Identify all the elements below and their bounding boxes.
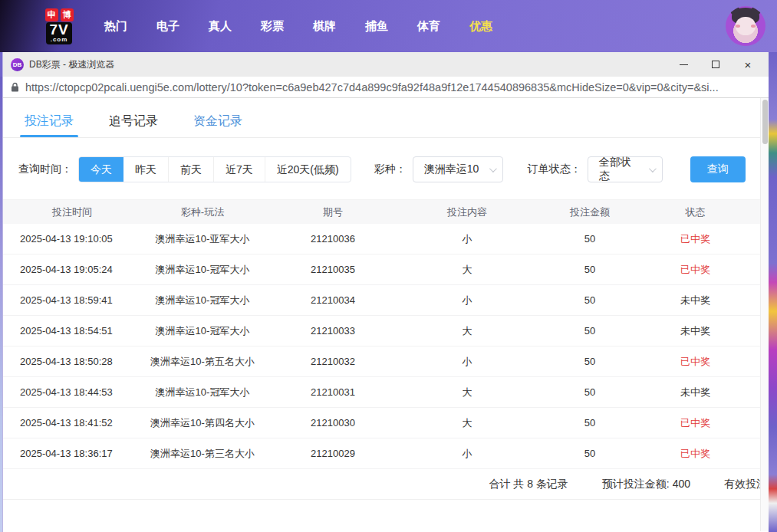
table-row: 2025-04-13 18:59:41 澳洲幸运10-冠军大小 21210034…: [3, 285, 769, 316]
table-row: 2025-04-13 18:36:17 澳洲幸运10-第三名大小 2121002…: [3, 438, 769, 469]
logo-7v-text: 7V: [49, 22, 68, 37]
avatar-blush-right: [751, 25, 756, 28]
address-bar[interactable]: https://ctopcp02pcali.uengi5e.com/lotter…: [3, 77, 769, 98]
logo-badge-shen: 申: [45, 8, 58, 21]
cell-bet-time: 2025-04-13 18:41:52: [3, 417, 141, 429]
logo-badges: 申 博: [45, 8, 74, 21]
maximize-button[interactable]: [700, 52, 732, 77]
scrollbar[interactable]: [760, 98, 769, 531]
cell-bet-time: 2025-04-13 19:10:05: [3, 233, 141, 245]
maximize-icon: [712, 61, 719, 68]
menu-item-fishing[interactable]: 捕鱼: [365, 19, 388, 34]
tab-fund-records[interactable]: 资金记录: [193, 113, 242, 137]
cell-issue: 21210030: [264, 417, 402, 429]
window-title: DB彩票 - 极速浏览器: [29, 58, 114, 71]
url-text: https://ctopcp02pcali.uengi5e.com/lotter…: [25, 81, 719, 94]
cell-bet-content: 大: [402, 324, 532, 338]
cell-issue: 21210035: [264, 264, 402, 275]
time-option-yesterday[interactable]: 昨天: [123, 157, 168, 182]
menu-item-slots[interactable]: 电子: [156, 19, 179, 34]
time-option-last-20-days[interactable]: 近20天(低频): [265, 157, 351, 182]
menu-item-promo[interactable]: 优惠: [469, 19, 492, 34]
user-avatar[interactable]: [726, 6, 765, 46]
cell-bet-time: 2025-04-13 18:54:51: [3, 325, 141, 337]
cell-bet-time: 2025-04-13 18:59:41: [3, 294, 141, 306]
table-row: 2025-04-13 19:10:05 澳洲幸运10-亚军大小 21210036…: [3, 224, 769, 255]
table-footer: 合计 共 8 条记录 预计投注金额: 400 有效投注金额: [3, 469, 769, 500]
browser-window: DB DB彩票 - 极速浏览器 × https://ctopcp02pcali.…: [2, 52, 769, 532]
query-button[interactable]: 查询: [690, 156, 746, 182]
order-status-label: 订单状态：: [528, 163, 581, 176]
cell-bet-content: 小: [402, 294, 532, 307]
order-status-value: 全部状态: [599, 156, 641, 183]
cell-play-type: 澳洲幸运10-亚军大小: [141, 232, 264, 246]
minimize-button[interactable]: [667, 52, 700, 77]
header-issue: 期号: [264, 205, 402, 219]
time-option-today[interactable]: 今天: [79, 157, 123, 182]
cell-bet-content: 小: [402, 232, 532, 246]
cell-bet-amount: 50: [532, 417, 647, 429]
cell-issue: 21210031: [264, 386, 402, 398]
lottery-filter-label: 彩种：: [374, 163, 407, 176]
header-play-type: 彩种-玩法: [141, 205, 264, 219]
table-header: 投注时间 彩种-玩法 期号 投注内容 投注金额 状态: [3, 200, 769, 224]
logo-com-text: .com: [49, 37, 68, 43]
minimize-icon: [680, 64, 688, 65]
cell-bet-time: 2025-04-13 19:05:24: [3, 264, 141, 275]
cell-bet-content: 小: [402, 355, 532, 369]
browser-title-bar: DB DB彩票 - 极速浏览器 ×: [3, 52, 769, 77]
logo-box: 7V .com: [46, 22, 71, 44]
window-controls: ×: [667, 52, 764, 77]
cell-bet-amount: 50: [532, 294, 647, 306]
table-row: 2025-04-13 18:50:28 澳洲幸运10-第五名大小 2121003…: [3, 346, 769, 377]
cell-status: 未中奖: [647, 386, 743, 399]
browser-favicon: DB: [11, 58, 24, 71]
menu-item-live[interactable]: 真人: [209, 19, 232, 34]
cell-bet-amount: 50: [532, 356, 647, 367]
time-option-last-7-days[interactable]: 近7天: [213, 157, 265, 182]
cell-status: 未中奖: [647, 294, 743, 307]
cell-play-type: 澳洲幸运10-冠军大小: [141, 263, 264, 277]
menu-item-sports[interactable]: 体育: [417, 19, 440, 34]
cell-play-type: 澳洲幸运10-第三名大小: [141, 447, 264, 461]
menu-item-lottery[interactable]: 彩票: [261, 19, 284, 34]
chevron-down-icon: [649, 165, 657, 172]
cell-issue: 21210033: [264, 325, 402, 337]
close-icon: ×: [745, 59, 752, 71]
avatar-bun-left: [730, 6, 740, 15]
table-row: 2025-04-13 18:41:52 澳洲幸运10-第四名大小 2121003…: [3, 408, 769, 438]
close-button[interactable]: ×: [732, 52, 764, 77]
cell-play-type: 澳洲幸运10-第四名大小: [141, 416, 264, 430]
menu-item-board[interactable]: 棋牌: [313, 19, 336, 34]
main-menu: 热门 电子 真人 彩票 棋牌 捕鱼 体育 优惠: [104, 19, 492, 34]
lock-icon: [11, 82, 19, 92]
tab-bet-records[interactable]: 投注记录: [25, 113, 74, 137]
cell-bet-content: 小: [402, 447, 532, 461]
cell-issue: 21210032: [264, 356, 402, 367]
header-bet-time: 投注时间: [3, 205, 141, 219]
cell-issue: 21210036: [264, 233, 402, 245]
header-bet-amount: 投注金额: [532, 205, 647, 219]
table-row: 2025-04-13 19:05:24 澳洲幸运10-冠军大小 21210035…: [3, 255, 769, 285]
order-status-select[interactable]: 全部状态: [588, 156, 663, 182]
cell-play-type: 澳洲幸运10-冠军大小: [141, 324, 264, 338]
menu-item-hot[interactable]: 热门: [104, 19, 127, 34]
cell-bet-amount: 50: [532, 233, 647, 245]
lottery-select[interactable]: 澳洲幸运10: [413, 156, 503, 182]
time-range-group: 今天 昨天 前天 近7天 近20天(低频): [78, 156, 351, 182]
cell-status: 已中奖: [647, 355, 743, 369]
tab-chase-records[interactable]: 追号记录: [109, 113, 158, 137]
lottery-select-value: 澳洲幸运10: [424, 163, 479, 176]
cell-bet-content: 大: [402, 416, 532, 430]
site-logo[interactable]: 申 博 7V .com: [34, 8, 84, 44]
cell-status: 已中奖: [647, 263, 743, 277]
footer-total-records: 合计 共 8 条记录: [489, 478, 568, 491]
cell-bet-amount: 50: [532, 264, 647, 275]
cell-bet-time: 2025-04-13 18:36:17: [3, 448, 141, 459]
cell-bet-content: 大: [402, 386, 532, 399]
time-option-day-before[interactable]: 前天: [168, 157, 213, 182]
table-row: 2025-04-13 18:44:53 澳洲幸运10-冠军大小 21210031…: [3, 377, 769, 408]
record-tabs: 投注记录 追号记录 资金记录: [3, 98, 769, 138]
cell-bet-time: 2025-04-13 18:44:53: [3, 386, 141, 398]
scrollbar-thumb[interactable]: [762, 100, 768, 144]
